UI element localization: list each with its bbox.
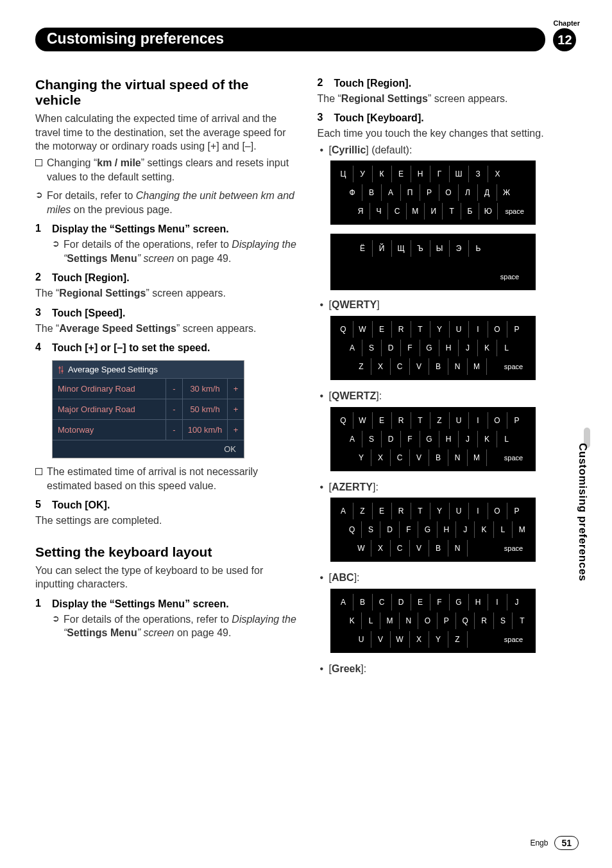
key-d[interactable]: D xyxy=(392,594,411,611)
key-х[interactable]: Х xyxy=(488,166,507,182)
key-s[interactable]: S xyxy=(362,340,382,356)
key-l[interactable]: L xyxy=(497,340,516,356)
key-i[interactable]: I xyxy=(469,503,488,519)
key-f[interactable]: F xyxy=(401,340,420,356)
key-b[interactable]: B xyxy=(429,540,448,557)
key-e[interactable]: E xyxy=(411,594,430,611)
key-э[interactable]: Э xyxy=(450,240,469,257)
key-y[interactable]: Y xyxy=(352,449,371,466)
key-ж[interactable]: Ж xyxy=(497,184,516,201)
key-s[interactable]: S xyxy=(494,612,513,629)
key-y[interactable]: Y xyxy=(430,503,450,519)
key-о[interactable]: О xyxy=(439,184,459,201)
key-o[interactable]: O xyxy=(488,503,507,519)
key-h[interactable]: H xyxy=(439,340,459,356)
key-q[interactable]: Q xyxy=(334,412,353,429)
key-ё[interactable]: Ё xyxy=(353,240,373,257)
key-v[interactable]: V xyxy=(410,358,429,375)
key-й[interactable]: Й xyxy=(373,240,392,257)
key-d[interactable]: D xyxy=(382,340,401,356)
key-j[interactable]: J xyxy=(459,340,478,356)
key-a[interactable]: A xyxy=(343,431,362,447)
key-z[interactable]: Z xyxy=(430,412,450,429)
key-z[interactable]: Z xyxy=(448,631,468,648)
key-r[interactable]: R xyxy=(392,412,411,429)
key-y[interactable]: Y xyxy=(429,631,448,648)
key-t[interactable]: T xyxy=(411,503,430,519)
key-t[interactable]: T xyxy=(411,321,430,338)
key-в[interactable]: В xyxy=(362,184,382,201)
key-б[interactable]: Б xyxy=(461,203,479,220)
key-h[interactable]: H xyxy=(438,521,456,538)
key-n[interactable]: N xyxy=(448,358,468,375)
key-з[interactable]: З xyxy=(469,166,488,182)
key-l[interactable]: L xyxy=(362,612,380,629)
key-b[interactable]: B xyxy=(429,449,448,466)
key-q[interactable]: Q xyxy=(456,612,475,629)
key-m[interactable]: M xyxy=(513,521,531,538)
key-n[interactable]: N xyxy=(448,540,468,557)
space-key[interactable]: space xyxy=(492,268,528,285)
key-ъ[interactable]: Ъ xyxy=(411,240,430,257)
key-x[interactable]: X xyxy=(371,540,391,557)
key-g[interactable]: G xyxy=(420,340,439,356)
key-p[interactable]: P xyxy=(507,412,527,429)
plus-button[interactable]: + xyxy=(227,399,244,419)
key-r[interactable]: R xyxy=(392,503,411,519)
key-е[interactable]: Е xyxy=(392,166,411,182)
key-w[interactable]: W xyxy=(391,631,410,648)
key-u[interactable]: U xyxy=(450,321,469,338)
key-л[interactable]: Л xyxy=(459,184,478,201)
plus-button[interactable]: + xyxy=(227,420,244,440)
key-t[interactable]: T xyxy=(411,412,430,429)
space-key[interactable]: space xyxy=(496,358,532,375)
key-а[interactable]: А xyxy=(382,184,401,201)
key-p[interactable]: P xyxy=(438,612,456,629)
key-j[interactable]: J xyxy=(507,594,527,611)
key-ю[interactable]: Ю xyxy=(479,203,497,220)
key-d[interactable]: D xyxy=(382,431,401,447)
key-e[interactable]: E xyxy=(373,412,392,429)
key-w[interactable]: W xyxy=(353,412,373,429)
plus-button[interactable]: + xyxy=(227,379,244,399)
key-j[interactable]: J xyxy=(459,431,478,447)
space-key[interactable]: space xyxy=(496,449,532,466)
key-ф[interactable]: Ф xyxy=(343,184,362,201)
key-у[interactable]: У xyxy=(353,166,373,182)
key-f[interactable]: F xyxy=(400,521,418,538)
key-r[interactable]: R xyxy=(392,321,411,338)
key-v[interactable]: V xyxy=(371,631,391,648)
key-m[interactable]: M xyxy=(380,612,399,629)
key-z[interactable]: Z xyxy=(352,358,371,375)
key-l[interactable]: L xyxy=(494,521,513,538)
key-ч[interactable]: Ч xyxy=(370,203,388,220)
key-k[interactable]: K xyxy=(343,612,362,629)
key-g[interactable]: G xyxy=(420,431,439,447)
key-п[interactable]: П xyxy=(401,184,420,201)
key-q[interactable]: Q xyxy=(334,321,353,338)
minus-button[interactable]: - xyxy=(166,379,182,399)
key-k[interactable]: K xyxy=(478,340,497,356)
key-p[interactable]: P xyxy=(507,503,527,519)
key-u[interactable]: U xyxy=(352,631,371,648)
key-р[interactable]: Р xyxy=(420,184,439,201)
key-n[interactable]: N xyxy=(448,449,468,466)
key-e[interactable]: E xyxy=(373,503,392,519)
key-o[interactable]: O xyxy=(488,412,507,429)
key-u[interactable]: U xyxy=(450,503,469,519)
key-т[interactable]: Т xyxy=(443,203,461,220)
key-м[interactable]: М xyxy=(407,203,425,220)
key-c[interactable]: C xyxy=(391,540,410,557)
key-q[interactable]: Q xyxy=(343,521,362,538)
key-a[interactable]: A xyxy=(334,503,353,519)
minus-button[interactable]: - xyxy=(166,420,182,440)
key-g[interactable]: G xyxy=(418,521,437,538)
key-t[interactable]: T xyxy=(513,612,531,629)
key-i[interactable]: I xyxy=(469,412,488,429)
key-w[interactable]: W xyxy=(353,321,373,338)
key-x[interactable]: X xyxy=(371,449,391,466)
key-w[interactable]: W xyxy=(352,540,371,557)
key-e[interactable]: E xyxy=(373,321,392,338)
key-f[interactable]: F xyxy=(430,594,450,611)
key-o[interactable]: O xyxy=(418,612,437,629)
